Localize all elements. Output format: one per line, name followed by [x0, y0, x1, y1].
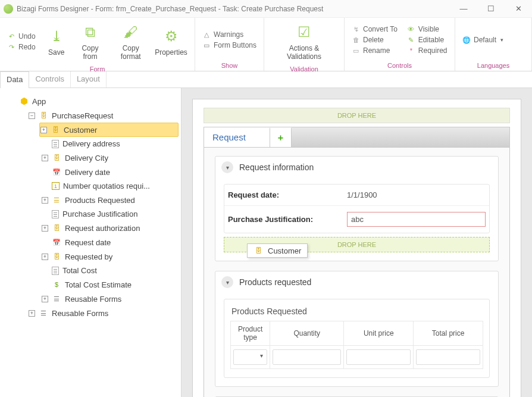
- redo-label: Redo: [18, 43, 36, 51]
- tree-item[interactable]: 📅Request date: [2, 235, 179, 249]
- gear-icon: ⚙: [162, 27, 181, 46]
- tree-item[interactable]: Purchase Justification: [2, 207, 179, 221]
- justification-input[interactable]: [347, 212, 486, 227]
- expand-icon[interactable]: +: [40, 127, 47, 133]
- chevron-down-icon: ▾: [500, 37, 503, 43]
- editable-button[interactable]: ✎Editable: [405, 35, 450, 45]
- visible-button[interactable]: 👁Visible: [405, 24, 450, 34]
- unit-price-input[interactable]: [346, 349, 411, 365]
- redo-button[interactable]: ↷Redo: [5, 42, 38, 52]
- tree-app[interactable]: ⬢App: [2, 94, 179, 108]
- convert-to-button[interactable]: ↯Convert To: [349, 24, 400, 34]
- tree-item[interactable]: +☰Products Requested: [2, 193, 179, 207]
- properties-button[interactable]: ⚙Properties: [152, 24, 190, 59]
- tree-item[interactable]: +🗄Delivery City: [2, 151, 179, 165]
- rename-icon: ▭: [352, 46, 360, 55]
- total-price-input[interactable]: [416, 349, 480, 365]
- tree-item-label: Reusable Forms: [65, 295, 121, 304]
- tree-item[interactable]: 📅Delivery date: [2, 165, 179, 179]
- copy-format-button[interactable]: 🖌Copy format: [109, 20, 152, 63]
- tree-item[interactable]: Total Cost: [2, 264, 179, 277]
- undo-button[interactable]: ↶Undo: [5, 32, 38, 41]
- save-label: Save: [48, 48, 64, 57]
- form-buttons-button[interactable]: ▭Form Buttons: [200, 40, 259, 50]
- col-quantity: Quantity: [270, 321, 344, 346]
- drag-ghost-label: Customer: [268, 246, 301, 255]
- tree-item[interactable]: $Total Cost Estimate: [2, 277, 179, 292]
- save-button[interactable]: ⤓Save: [42, 24, 71, 59]
- maximize-button[interactable]: ☐: [477, 0, 505, 18]
- actions-validations-button[interactable]: ☑Actions & Validations: [269, 20, 339, 63]
- tree-item-label: Products Requested: [65, 196, 135, 205]
- add-tab-button[interactable]: ＋: [270, 127, 292, 147]
- convert-to-label: Convert To: [363, 25, 398, 33]
- delete-button[interactable]: 🗑Delete: [349, 35, 400, 45]
- group-languages-label: Languages: [455, 62, 531, 71]
- panel-products-header[interactable]: ▾Products requested: [215, 271, 498, 293]
- expand-icon[interactable]: +: [42, 197, 48, 204]
- language-default-button[interactable]: 🌐Default▾: [460, 35, 506, 45]
- warnings-button[interactable]: △Warnings: [200, 30, 259, 39]
- actions-validations-label: Actions & Validations: [273, 44, 336, 61]
- group-controls-label: Controls: [345, 62, 455, 71]
- check-icon: ☑: [295, 23, 314, 42]
- required-label: Required: [418, 46, 447, 55]
- tab-controls[interactable]: Controls: [29, 71, 70, 87]
- entity-icon: 🗄: [254, 246, 263, 255]
- entity-icon: 🗄: [52, 153, 61, 162]
- convert-icon: ↯: [352, 25, 360, 33]
- expand-icon[interactable]: +: [29, 310, 35, 317]
- field-justification[interactable]: Purchase Justification:: [224, 205, 489, 233]
- brush-icon: 🖌: [121, 23, 140, 42]
- tree-item-label: Purchase Justification: [62, 210, 137, 218]
- tree-item[interactable]: +☰Reusable Forms: [2, 292, 179, 306]
- tree-item[interactable]: Delivery address: [2, 137, 179, 151]
- tab-data[interactable]: Data: [0, 71, 29, 88]
- expand-icon[interactable]: +: [42, 254, 48, 260]
- panel-request-info-header[interactable]: ▾Request information: [215, 157, 498, 178]
- tree-item[interactable]: +🗄Request authorization: [2, 221, 179, 235]
- tab-request[interactable]: Request: [204, 127, 270, 147]
- minimize-button[interactable]: —: [450, 0, 477, 18]
- form-buttons-icon: ▭: [202, 41, 211, 49]
- required-button[interactable]: *Required: [405, 46, 450, 55]
- drop-zone-active[interactable]: DROP HERE 🗄 Customer: [224, 237, 490, 252]
- field-request-date[interactable]: Request date: 1/1/1900: [224, 185, 489, 205]
- tree-item-label: Request date: [65, 238, 111, 247]
- undo-label: Undo: [18, 32, 36, 40]
- tree-item[interactable]: 1Number quotatios requi...: [2, 179, 179, 193]
- tree-item-label: Request authorization: [65, 224, 140, 233]
- form-canvas-scroll[interactable]: DROP HERE Request ＋ ▾Request information…: [181, 88, 532, 397]
- products-table-container: Products Requested Product type Quantity…: [224, 299, 490, 378]
- editable-label: Editable: [418, 36, 444, 44]
- delete-label: Delete: [363, 36, 384, 44]
- tree-item[interactable]: +🗄Requested by: [2, 249, 179, 264]
- expand-icon[interactable]: +: [42, 155, 48, 161]
- collapse-icon[interactable]: −: [29, 112, 35, 119]
- drop-zone-top[interactable]: DROP HERE: [204, 108, 510, 123]
- tree-reusable-forms[interactable]: +☰Reusable Forms: [2, 306, 179, 320]
- quantity-input[interactable]: [273, 349, 341, 365]
- tree-item-label: Delivery City: [65, 154, 108, 162]
- undo-icon: ↶: [7, 32, 15, 40]
- close-button[interactable]: ✕: [505, 0, 532, 18]
- eye-icon: 👁: [407, 25, 415, 33]
- product-type-select[interactable]: [233, 349, 267, 365]
- expand-icon[interactable]: +: [42, 296, 48, 302]
- tree-entity[interactable]: −🗄PurchaseRequest: [2, 108, 179, 123]
- panel-products: ▾Products requested Products Requested P…: [215, 271, 499, 387]
- rename-button[interactable]: ▭Rename: [349, 46, 400, 55]
- hex-icon: ⬢: [19, 96, 29, 106]
- chevron-down-icon: ▾: [221, 276, 233, 288]
- warnings-label: Warnings: [214, 30, 243, 39]
- entity-icon: 🗄: [52, 223, 61, 233]
- expand-icon[interactable]: +: [42, 225, 48, 232]
- tree-item-customer[interactable]: +🗄Customer: [39, 123, 179, 137]
- forms-icon: ☰: [39, 308, 48, 318]
- tab-layout[interactable]: Layout: [71, 71, 107, 87]
- col-unit-price: Unit price: [344, 321, 414, 346]
- copy-from-label: Copy from: [75, 44, 106, 61]
- copy-from-icon: ⧉: [80, 23, 99, 42]
- col-product-type: Product type: [231, 321, 270, 346]
- copy-from-button[interactable]: ⧉Copy from: [71, 20, 109, 63]
